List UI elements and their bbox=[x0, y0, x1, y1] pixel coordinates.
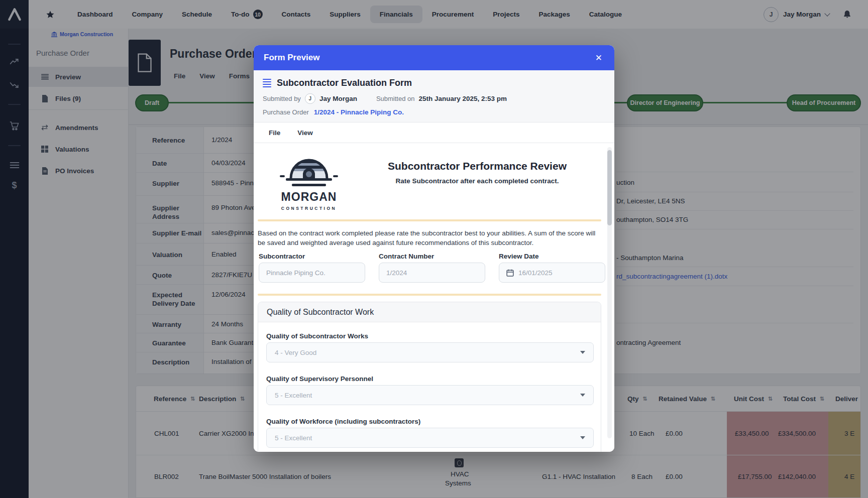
app-window: Dashboard Company Schedule To-do 10 Cont… bbox=[0, 0, 868, 498]
doc-subtitle: Rate Subcontractor after each completed … bbox=[359, 177, 595, 185]
form-preview-modal: Form Preview ✕ Subcontractor Evaluation … bbox=[254, 45, 614, 452]
subcontractor-input[interactable]: Pinnacle Piping Co. bbox=[259, 263, 365, 283]
po-link[interactable]: 1/2024 - Pinnacle Piping Co. bbox=[314, 108, 404, 116]
question-label: Quality of Workforce (including subcontr… bbox=[266, 418, 420, 425]
field-label-contract-number: Contract Number bbox=[379, 253, 434, 260]
submitted-by-label: Submitted by bbox=[263, 95, 301, 102]
modal-info-section: Subcontractor Evaluation Form Submitted … bbox=[254, 70, 614, 122]
section-divider bbox=[258, 294, 601, 296]
dropdown-chevron-icon bbox=[580, 351, 585, 354]
company-logo: MORGAN CONSTRUCTION bbox=[279, 147, 339, 211]
submitted-on-label: Submitted on bbox=[376, 95, 415, 102]
question-label: Quality of Supervisory Personnel bbox=[266, 375, 373, 383]
submitted-on-value: 25th January 2025, 2:53 pm bbox=[419, 95, 507, 102]
logo-subtitle: CONSTRUCTION bbox=[279, 206, 339, 211]
dropdown-chevron-icon bbox=[580, 394, 585, 397]
doc-intro-text: Based on the contract work completed ple… bbox=[258, 228, 598, 247]
dome-logo-icon bbox=[279, 147, 339, 189]
close-icon[interactable]: ✕ bbox=[593, 52, 604, 64]
form-document: MORGAN CONSTRUCTION Subcontractor Perfor… bbox=[254, 143, 614, 452]
modal-header: Form Preview ✕ bbox=[254, 45, 614, 70]
modal-scrollbar-thumb[interactable] bbox=[607, 150, 612, 225]
submission-meta: Submitted by J Jay Morgan Submitted on 2… bbox=[263, 93, 605, 104]
quality-workforce-dropdown[interactable]: 5 - Excellent bbox=[266, 428, 594, 448]
form-title: Subcontractor Evaluation Form bbox=[277, 78, 412, 88]
submitter-name: Jay Morgan bbox=[319, 95, 357, 102]
section-header: Quality of Subcontractor Work bbox=[258, 302, 601, 322]
review-date-input[interactable]: 16/01/2025 bbox=[499, 263, 605, 283]
po-label: Purchase Order bbox=[263, 108, 309, 116]
calendar-icon bbox=[506, 269, 514, 277]
modal-title: Form Preview bbox=[264, 53, 320, 63]
modal-tabs: File View bbox=[254, 122, 614, 143]
quality-works-dropdown[interactable]: 4 - Very Good bbox=[266, 342, 594, 362]
field-label-review-date: Review Date bbox=[499, 253, 539, 260]
logo-wordmark: MORGAN bbox=[279, 190, 339, 204]
section-divider bbox=[258, 219, 601, 221]
contract-number-input[interactable]: 1/2024 bbox=[379, 263, 485, 283]
quality-supervisory-dropdown[interactable]: 5 - Excellent bbox=[266, 385, 594, 405]
field-label-subcontractor: Subcontractor bbox=[259, 253, 305, 260]
question-label: Quality of Subcontractor Works bbox=[266, 332, 368, 340]
tab-file[interactable]: File bbox=[269, 129, 280, 137]
doc-title: Subcontractor Performance Review bbox=[359, 160, 595, 172]
dropdown-chevron-icon bbox=[580, 436, 585, 439]
quality-section: Quality of Subcontractor Work Quality of… bbox=[258, 302, 601, 452]
form-lines-icon bbox=[263, 79, 271, 88]
modal-po-row: Purchase Order 1/2024 - Pinnacle Piping … bbox=[263, 108, 605, 116]
tab-view[interactable]: View bbox=[297, 129, 313, 137]
submitter-avatar: J bbox=[305, 93, 315, 104]
